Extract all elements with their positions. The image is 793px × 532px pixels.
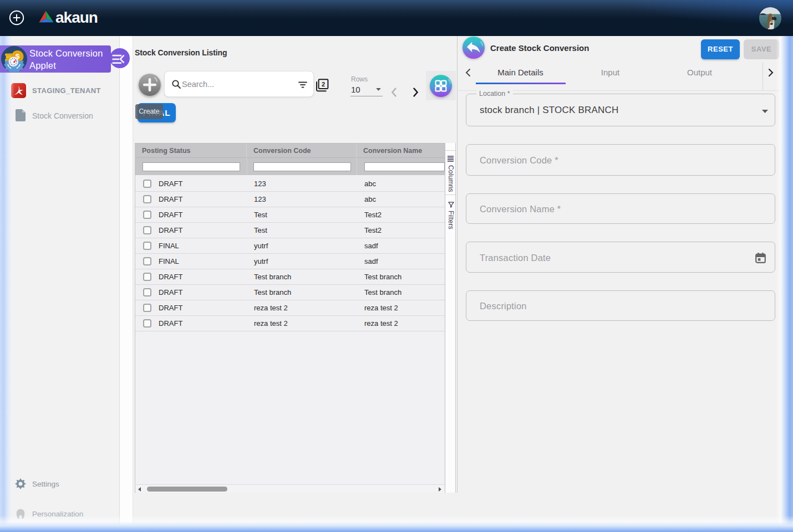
svg-text:2: 2 — [322, 81, 325, 88]
